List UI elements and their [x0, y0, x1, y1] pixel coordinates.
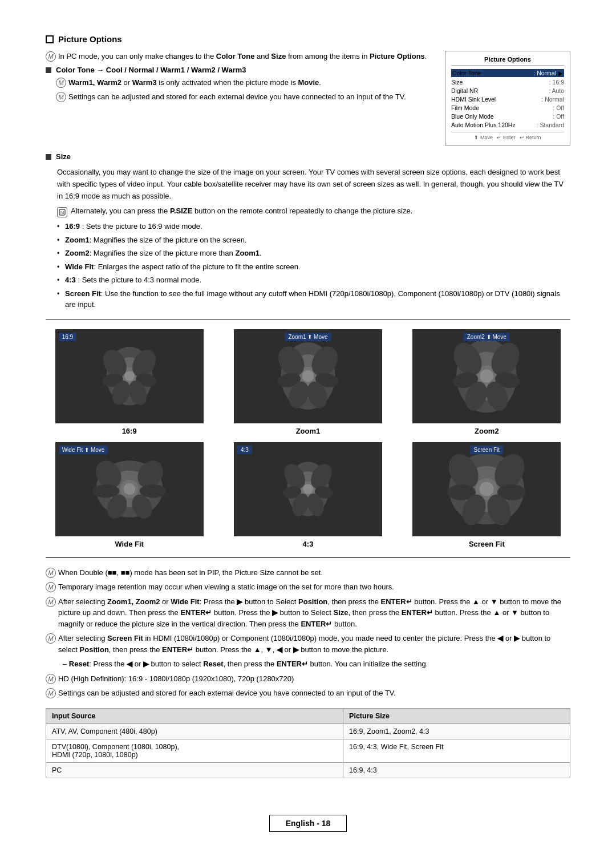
bottom-note-2: M Temporary image retention may occur wh… [46, 581, 570, 593]
overlay-169: 16:9 [59, 333, 76, 341]
note-text-b3: After selecting Zoom1, Zoom2 or Wide Fit… [58, 596, 570, 630]
bottom-note-4: M After selecting Screen Fit in HDMI (10… [46, 633, 570, 655]
bottom-note-5: – Reset: Press the ◀ or ▶ button to sele… [46, 658, 570, 670]
footer-bar: English - 18 [0, 815, 616, 832]
img-box-screenfit: Screen Fit [412, 442, 561, 536]
table-row: DTV(1080i), Component (1080i, 1080p),HDM… [46, 739, 570, 762]
bottom-note-1: M When Double (■■, ■■) mode has been set… [46, 567, 570, 579]
box-title: Picture Options [451, 56, 564, 66]
flower-bg-zoom1 [234, 329, 382, 423]
bottom-note-3: M After selecting Zoom1, Zoom2 or Wide F… [46, 596, 570, 630]
svg-point-51 [303, 484, 313, 495]
table-row: PC 16:9, 4:3 [46, 762, 570, 778]
overlay-zoom2: Zoom2 ⬆ Move [464, 333, 510, 341]
size-subsection: Size [46, 152, 570, 161]
svg-text:M: M [60, 210, 64, 215]
po-key-3: HDMI Sink Level [451, 96, 496, 103]
po-key-5: Blue Only Mode [451, 113, 494, 120]
warm-note: M Warm1, Warm2 or Warm3 is only activate… [56, 77, 406, 88]
flower-bg-169 [55, 329, 204, 423]
img-box-43: 4:3 [234, 442, 382, 536]
warm-text: Warm1, Warm2 or Warm3 is only activated … [68, 77, 406, 88]
img-box-zoom2: Zoom2 ⬆ Move [412, 329, 561, 423]
top-text: M In PC mode, you can only make changes … [46, 51, 428, 145]
caption-widefit: Wide Fit [115, 540, 143, 548]
page-content: Picture Options M In PC mode, you can on… [0, 0, 616, 824]
bullet-43: 4:3 : Sets the picture to 4:3 normal mod… [57, 274, 570, 286]
bullet-zoom2: Zoom2: Magnifies the size of the picture… [57, 248, 570, 259]
po-val-3: : Normal [541, 96, 564, 103]
size-description: Occasionally, you may want to change the… [46, 167, 570, 202]
po-footer: ⬆ Move ↵ Enter ↩ Return [451, 132, 564, 140]
po-val-1: : 16:9 [549, 79, 564, 86]
po-row-6: Auto Motion Plus 120Hz : Standard [451, 122, 564, 128]
table-section: Input Source Picture Size ATV, AV, Compo… [46, 708, 570, 778]
svg-point-11 [124, 371, 135, 382]
table-row: ATV, AV, Component (480i, 480p) 16:9, Zo… [46, 723, 570, 739]
note-icon-3: M [56, 92, 66, 102]
note-text-b2: Temporary image retention may occur when… [58, 581, 570, 593]
table-cell-input-3: PC [46, 762, 343, 778]
pc-mode-note: M In PC mode, you can only make changes … [46, 51, 428, 62]
img-item-screenfit: Screen Fit Screen Fit [412, 442, 561, 548]
flower-bg-screenfit [412, 442, 561, 536]
img-box-widefit: Wide Fit ⬆ Move [55, 442, 204, 536]
bullet-list: 16:9 : Sets the picture to 16:9 wide mod… [46, 221, 570, 310]
po-key-6: Auto Motion Plus 120Hz [451, 122, 516, 128]
note-icon-1: M [46, 51, 56, 62]
note-icon-b3: M [46, 597, 56, 607]
po-row-3: HDMI Sink Level : Normal [451, 96, 564, 103]
bullet-screenfit: Screen Fit: Use the function to see the … [57, 288, 570, 310]
bullet-169: 16:9 : Sets the picture to 16:9 wide mod… [57, 221, 570, 232]
table-cell-size-2: 16:9, 4:3, Wide Fit, Screen Fit [343, 739, 570, 762]
footer-pill: English - 18 [269, 815, 347, 832]
overlay-43: 4:3 [237, 446, 252, 454]
caption-169: 16:9 [122, 427, 137, 435]
po-row-0: Color Tone : Normal ▶ [451, 69, 564, 77]
note-icon-b2: M [46, 582, 56, 592]
images-section: 16:9 16:9 [46, 320, 570, 558]
bullet-zoom1: Zoom1: Magnifies the size of the picture… [57, 235, 570, 246]
flower-bg-43 [234, 442, 382, 536]
img-item-43: 4:3 4:3 [234, 442, 382, 548]
settings-note: M Settings can be adjusted and stored fo… [56, 91, 406, 103]
img-item-widefit: Wide Fit ⬆ Move Wide Fit [55, 442, 204, 548]
black-square-1 [46, 67, 51, 73]
color-tone-title: Color Tone → Cool / Normal / Warm1 / War… [56, 66, 246, 74]
table-cell-size-3: 16:9, 4:3 [343, 762, 570, 778]
po-key-2: Digital NR [451, 87, 478, 94]
caption-zoom2: Zoom2 [475, 427, 499, 435]
bottom-note-6: M HD (High Definition): 16:9 - 1080i/108… [46, 673, 570, 685]
note-text-b6: HD (High Definition): 16:9 - 1080i/1080p… [58, 673, 570, 685]
overlay-widefit: Wide Fit ⬆ Move [59, 446, 108, 454]
table-cell-input-1: ATV, AV, Component (480i, 480p) [46, 723, 343, 739]
black-square-2 [46, 154, 51, 160]
note-icon-b1: M [46, 568, 56, 578]
footer-text: English - 18 [286, 819, 331, 828]
note-icon-b4: M [46, 633, 56, 644]
po-key-4: Film Mode [451, 104, 479, 111]
svg-point-21 [302, 370, 314, 382]
po-row-5: Blue Only Mode : Off [451, 113, 564, 120]
svg-point-61 [480, 482, 494, 496]
po-val-2: : Auto [549, 87, 564, 94]
note-text-b4: After selecting Screen Fit in HDMI (1080… [58, 633, 570, 655]
svg-point-41 [123, 483, 135, 495]
po-val-5: : Off [553, 113, 564, 120]
po-row-2: Digital NR : Auto [451, 87, 564, 94]
flower-bg-zoom2 [412, 329, 561, 423]
note-text-b1: When Double (■■, ■■) mode has been set i… [58, 567, 570, 579]
overlay-screenfit: Screen Fit [471, 446, 504, 454]
svg-point-31 [480, 370, 493, 383]
po-key-1: Size [451, 79, 463, 86]
bottom-notes: M When Double (■■, ■■) mode has been set… [46, 567, 570, 699]
checkbox-icon [46, 35, 54, 43]
note-icon-b7: M [46, 688, 56, 698]
color-tone-subsection: Color Tone → Cool / Normal / Warm1 / War… [46, 66, 428, 106]
table-header-size: Picture Size [343, 708, 570, 723]
po-row-1: Size : 16:9 [451, 79, 564, 86]
img-item-zoom1: Zoom1 ⬆ Move Zoom1 [234, 329, 382, 435]
note-icon-b6: M [46, 674, 56, 684]
section-heading: Picture Options [58, 34, 122, 44]
table-header-input: Input Source [46, 708, 343, 723]
